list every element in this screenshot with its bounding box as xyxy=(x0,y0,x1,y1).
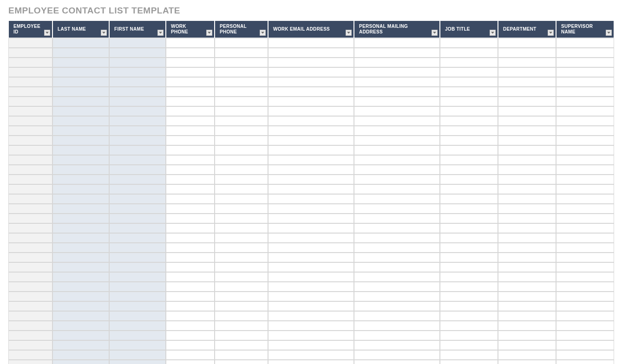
cell-job_title[interactable] xyxy=(440,175,498,184)
cell-mailing_address[interactable] xyxy=(354,155,440,165)
cell-personal_phone[interactable] xyxy=(215,58,268,67)
cell-job_title[interactable] xyxy=(440,214,498,223)
cell-mailing_address[interactable] xyxy=(354,97,440,106)
filter-dropdown-icon[interactable] xyxy=(606,30,612,36)
cell-department[interactable] xyxy=(498,340,556,350)
cell-last_name[interactable] xyxy=(52,350,109,360)
cell-employee_id[interactable] xyxy=(8,165,52,175)
cell-mailing_address[interactable] xyxy=(354,58,440,67)
cell-personal_phone[interactable] xyxy=(215,214,268,223)
cell-work_phone[interactable] xyxy=(166,194,215,204)
cell-department[interactable] xyxy=(498,67,556,77)
cell-first_name[interactable] xyxy=(109,67,166,77)
cell-job_title[interactable] xyxy=(440,97,498,106)
filter-dropdown-icon[interactable] xyxy=(548,30,554,36)
cell-job_title[interactable] xyxy=(440,194,498,204)
cell-mailing_address[interactable] xyxy=(354,136,440,145)
cell-work_email[interactable] xyxy=(268,360,354,364)
cell-department[interactable] xyxy=(498,97,556,106)
cell-first_name[interactable] xyxy=(109,77,166,87)
cell-work_email[interactable] xyxy=(268,243,354,253)
cell-work_phone[interactable] xyxy=(166,311,215,321)
cell-last_name[interactable] xyxy=(52,194,109,204)
filter-dropdown-icon[interactable] xyxy=(44,30,50,36)
cell-work_email[interactable] xyxy=(268,48,354,58)
cell-employee_id[interactable] xyxy=(8,340,52,350)
cell-job_title[interactable] xyxy=(440,233,498,243)
cell-supervisor[interactable] xyxy=(556,253,614,262)
cell-job_title[interactable] xyxy=(440,87,498,97)
cell-supervisor[interactable] xyxy=(556,48,614,58)
cell-mailing_address[interactable] xyxy=(354,272,440,282)
cell-employee_id[interactable] xyxy=(8,97,52,106)
cell-work_email[interactable] xyxy=(268,67,354,77)
cell-work_phone[interactable] xyxy=(166,223,215,233)
cell-work_phone[interactable] xyxy=(166,97,215,106)
cell-department[interactable] xyxy=(498,194,556,204)
cell-last_name[interactable] xyxy=(52,340,109,350)
cell-department[interactable] xyxy=(498,87,556,97)
cell-department[interactable] xyxy=(498,77,556,87)
cell-personal_phone[interactable] xyxy=(215,48,268,58)
cell-first_name[interactable] xyxy=(109,331,166,340)
cell-department[interactable] xyxy=(498,106,556,116)
cell-employee_id[interactable] xyxy=(8,106,52,116)
cell-personal_phone[interactable] xyxy=(215,272,268,282)
cell-last_name[interactable] xyxy=(52,311,109,321)
cell-mailing_address[interactable] xyxy=(354,165,440,175)
cell-last_name[interactable] xyxy=(52,282,109,292)
filter-dropdown-icon[interactable] xyxy=(260,30,266,36)
cell-last_name[interactable] xyxy=(52,301,109,311)
cell-first_name[interactable] xyxy=(109,340,166,350)
cell-last_name[interactable] xyxy=(52,184,109,194)
cell-employee_id[interactable] xyxy=(8,311,52,321)
cell-personal_phone[interactable] xyxy=(215,116,268,126)
cell-first_name[interactable] xyxy=(109,145,166,155)
cell-personal_phone[interactable] xyxy=(215,145,268,155)
cell-work_phone[interactable] xyxy=(166,87,215,97)
cell-personal_phone[interactable] xyxy=(215,262,268,272)
cell-personal_phone[interactable] xyxy=(215,301,268,311)
cell-work_phone[interactable] xyxy=(166,155,215,165)
cell-supervisor[interactable] xyxy=(556,350,614,360)
cell-supervisor[interactable] xyxy=(556,311,614,321)
cell-last_name[interactable] xyxy=(52,97,109,106)
cell-first_name[interactable] xyxy=(109,175,166,184)
cell-first_name[interactable] xyxy=(109,282,166,292)
cell-first_name[interactable] xyxy=(109,165,166,175)
cell-work_email[interactable] xyxy=(268,331,354,340)
cell-supervisor[interactable] xyxy=(556,87,614,97)
cell-supervisor[interactable] xyxy=(556,204,614,214)
cell-department[interactable] xyxy=(498,184,556,194)
cell-department[interactable] xyxy=(498,233,556,243)
cell-work_phone[interactable] xyxy=(166,282,215,292)
cell-job_title[interactable] xyxy=(440,77,498,87)
cell-supervisor[interactable] xyxy=(556,340,614,350)
cell-work_email[interactable] xyxy=(268,321,354,331)
cell-last_name[interactable] xyxy=(52,253,109,262)
cell-job_title[interactable] xyxy=(440,106,498,116)
cell-personal_phone[interactable] xyxy=(215,77,268,87)
cell-work_phone[interactable] xyxy=(166,38,215,48)
cell-last_name[interactable] xyxy=(52,106,109,116)
cell-last_name[interactable] xyxy=(52,262,109,272)
cell-job_title[interactable] xyxy=(440,272,498,282)
cell-personal_phone[interactable] xyxy=(215,165,268,175)
cell-department[interactable] xyxy=(498,116,556,126)
cell-department[interactable] xyxy=(498,282,556,292)
cell-supervisor[interactable] xyxy=(556,272,614,282)
cell-mailing_address[interactable] xyxy=(354,106,440,116)
cell-work_phone[interactable] xyxy=(166,165,215,175)
cell-employee_id[interactable] xyxy=(8,321,52,331)
cell-personal_phone[interactable] xyxy=(215,106,268,116)
cell-mailing_address[interactable] xyxy=(354,340,440,350)
cell-employee_id[interactable] xyxy=(8,360,52,364)
cell-supervisor[interactable] xyxy=(556,184,614,194)
cell-department[interactable] xyxy=(498,292,556,301)
cell-first_name[interactable] xyxy=(109,194,166,204)
cell-first_name[interactable] xyxy=(109,321,166,331)
cell-first_name[interactable] xyxy=(109,58,166,67)
cell-employee_id[interactable] xyxy=(8,38,52,48)
cell-job_title[interactable] xyxy=(440,262,498,272)
cell-work_phone[interactable] xyxy=(166,67,215,77)
